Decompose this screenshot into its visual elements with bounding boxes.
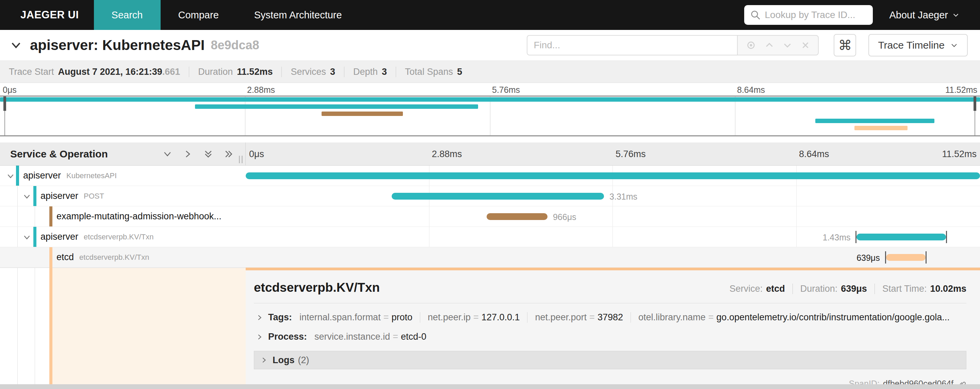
span-bar[interactable] (392, 193, 604, 200)
minimap-gridline (245, 97, 245, 135)
collapse-all-icon[interactable] (203, 149, 213, 159)
timeline-tick: 8.64ms (799, 149, 829, 159)
nav-tab-compare[interactable]: Compare (161, 0, 237, 30)
collapse-span-chevron-icon[interactable] (22, 192, 31, 201)
axis-tick: 8.64ms (737, 85, 765, 95)
trace-view-dropdown[interactable]: Trace Timeline (869, 34, 968, 56)
detail-duration: Duration:639μs (792, 284, 867, 294)
span-bar-endcap (946, 231, 947, 243)
trace-view-label: Trace Timeline (878, 40, 945, 51)
collapse-span-chevron-icon[interactable] (6, 172, 15, 181)
minimap-span-bar (815, 119, 934, 123)
timeline-ticks-header: 0μs 2.88ms 5.76ms 8.64ms 11.52ms (246, 143, 980, 165)
trace-lookup-input[interactable] (765, 10, 867, 21)
minimap-right-scrubber[interactable] (975, 97, 975, 135)
trace-lookup-box (744, 5, 873, 25)
expand-all-icon[interactable] (224, 149, 234, 159)
axis-tick: 2.88ms (247, 85, 275, 95)
collapse-trace-chevron-icon[interactable] (10, 39, 22, 52)
stat-trace-start: Trace Start August 7 2021, 16:21:39.661 (9, 67, 180, 77)
axis-tick: 5.76ms (492, 85, 520, 95)
stat-services: Services3 (282, 67, 335, 77)
stat-total-spans: Total Spans5 (396, 67, 462, 77)
logs-expander[interactable]: Logs (2) (254, 351, 966, 369)
column-resize-grip[interactable] (239, 156, 243, 163)
tag-item: otel.library.name=go.opentelemetry.io/co… (630, 312, 950, 323)
next-result-icon[interactable] (782, 40, 792, 50)
span-row-apiserver-post[interactable]: apiserver POST 3.31ms (0, 186, 980, 206)
minimap-gridline (490, 97, 490, 135)
minimap-right-grip[interactable] (974, 97, 976, 111)
timeline-tick: 0μs (249, 149, 264, 159)
span-bar-endcap (926, 251, 927, 264)
operation-name: KubernetesAPI (66, 171, 117, 180)
process-label: Process: (268, 332, 307, 342)
collapse-one-icon[interactable] (162, 149, 172, 159)
timeline-tick: 2.88ms (432, 149, 462, 159)
trace-minimap[interactable] (0, 95, 980, 137)
detail-service: Service:etcd (730, 284, 785, 294)
locate-span-icon[interactable] (746, 40, 756, 51)
span-rows: apiserver KubernetesAPI apiserver POST 3… (0, 165, 980, 268)
minimap-left-grip[interactable] (3, 97, 6, 111)
axis-tick: 0μs (3, 85, 17, 95)
logs-label: Logs (272, 355, 295, 365)
top-nav: JAEGER UI Search Compare System Architec… (0, 0, 980, 30)
app-brand[interactable]: JAEGER UI (0, 0, 94, 30)
divider (254, 303, 966, 303)
span-duration-label: 3.31ms (609, 192, 637, 202)
find-tools (737, 35, 819, 56)
service-color-bar (49, 206, 52, 227)
span-bar-endcap (885, 251, 886, 264)
timeline-tick: 5.76ms (616, 149, 646, 159)
span-row-apiserver-kubernetesapi[interactable]: apiserver KubernetesAPI (0, 165, 980, 186)
process-expander[interactable]: Process: service.instance.id=etcd-0 (254, 332, 966, 342)
tag-item: net.peer.ip=127.0.0.1 (420, 312, 520, 323)
nav-tab-search[interactable]: Search (94, 0, 161, 30)
find-input[interactable] (533, 40, 731, 51)
span-bar[interactable] (246, 172, 980, 179)
trace-id: 8e9dca8 (211, 38, 259, 52)
service-name: apiserver (40, 232, 78, 242)
nav-tab-system-architecture[interactable]: System Architecture (237, 0, 360, 30)
tags-expander[interactable]: Tags: internal.span.format=proto net.pee… (254, 312, 966, 323)
keyboard-shortcuts-button[interactable]: ⌘ (834, 34, 856, 56)
chevron-down-icon (950, 41, 958, 49)
about-jaeger-label: About Jaeger (889, 10, 948, 21)
minimap-span-bar (0, 97, 980, 102)
minimap-span-bar (195, 105, 478, 109)
tags-label: Tags: (268, 312, 292, 323)
tree-guide (35, 268, 35, 384)
operation-name: etcdserverpb.KV/Txn (84, 233, 153, 241)
process-item: service.instance.id=etcd-0 (314, 332, 426, 342)
clear-search-icon[interactable] (800, 40, 811, 50)
tag-item: net.peer.port=37982 (527, 312, 623, 323)
span-row-apiserver-etcd-txn[interactable]: apiserver etcdserverpb.KV/Txn 1.43ms (0, 227, 980, 247)
span-bar[interactable] (886, 254, 926, 261)
span-bar[interactable] (856, 233, 946, 240)
span-bar[interactable] (487, 213, 547, 220)
operation-name: etcdserverpb.KV/Txn (79, 253, 149, 262)
search-icon (750, 10, 760, 20)
horizontal-scrollbar[interactable] (0, 384, 980, 389)
trace-stats-bar: Trace Start August 7 2021, 16:21:39.661 … (0, 60, 980, 83)
service-color-bar (33, 227, 37, 247)
minimap-left-scrubber[interactable] (5, 97, 5, 135)
service-operation-title: Service & Operation (10, 148, 108, 160)
span-row-webhook[interactable]: example-mutating-admission-webhook... 96… (0, 206, 980, 227)
service-name: example-mutating-admission-webhook... (56, 211, 221, 222)
chevron-down-icon (952, 11, 959, 19)
expand-one-icon[interactable] (183, 149, 193, 159)
span-detail-panel: etcdserverpb.KV/Txn Service:etcd Duratio… (246, 268, 980, 384)
span-row-etcd-txn-selected[interactable]: etcd etcdserverpb.KV/Txn 639μs (0, 247, 980, 268)
trace-title: apiserver: KubernetesAPI (30, 37, 205, 53)
collapse-span-chevron-icon[interactable] (22, 233, 31, 242)
detail-left-gutter (0, 268, 246, 384)
command-icon: ⌘ (838, 37, 852, 53)
find-box (527, 35, 737, 56)
span-duration-label: 1.43ms (822, 233, 850, 243)
tree-guide (18, 268, 18, 384)
about-jaeger-menu[interactable]: About Jaeger (889, 10, 959, 21)
minimap-gridline (735, 97, 735, 135)
prev-result-icon[interactable] (764, 40, 775, 50)
